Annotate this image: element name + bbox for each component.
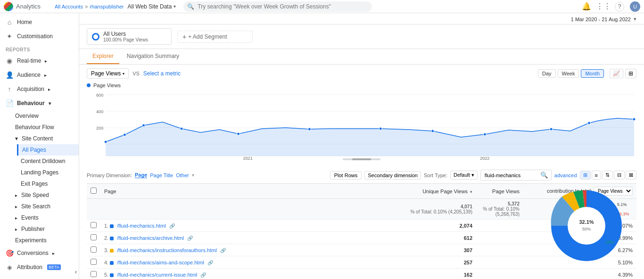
- external-link-icon[interactable]: 🔗: [169, 223, 175, 229]
- sidebar-item-site-content[interactable]: ▾ Site Content: [11, 133, 79, 144]
- sidebar-item-publisher[interactable]: ▸ Publisher: [11, 223, 79, 235]
- row-unique-pv: 257: [391, 256, 476, 269]
- sidebar-item-behaviour-flow[interactable]: Behaviour Flow: [11, 122, 79, 133]
- sidebar-item-attribution[interactable]: ◈ Attribution BETA: [0, 260, 79, 274]
- reports-section-label: REPORTS: [0, 43, 79, 54]
- svg-text:2022: 2022: [480, 156, 489, 161]
- select-all-checkbox[interactable]: [91, 188, 97, 194]
- user-avatar[interactable]: U: [630, 1, 640, 12]
- row-checkbox[interactable]: [91, 234, 97, 240]
- breadcrumb-publisher[interactable]: rhanspublisher: [90, 4, 124, 9]
- sidebar-item-site-speed[interactable]: ▸ Site Speed: [11, 189, 79, 201]
- sort-type-select[interactable]: Default ▾: [450, 171, 478, 180]
- notifications-button[interactable]: 🔔: [581, 1, 592, 12]
- header-property-selector[interactable]: All Web Site Data ▾: [128, 3, 176, 10]
- sidebar-label-audience: Audience: [17, 72, 41, 78]
- row-page-cell: 4. /fluid-mechanics/aims-and-scope.html …: [100, 256, 391, 269]
- sidebar-item-customisation[interactable]: ✦ Customisation: [0, 29, 79, 43]
- sidebar-item-audience[interactable]: 👤 Audience ▸: [0, 68, 79, 82]
- help-button[interactable]: ?: [615, 2, 624, 11]
- bar-chart-btn[interactable]: ⊞: [625, 69, 636, 78]
- row-page-link[interactable]: /fluid-mechanics/aims-and-scope.html: [117, 260, 204, 265]
- segment-bar: All Users 100.00% Page Views + + Add Seg…: [79, 25, 644, 49]
- external-link-icon[interactable]: 🔗: [200, 272, 206, 278]
- external-link-icon[interactable]: 🔗: [207, 260, 213, 265]
- svg-point-11: [123, 133, 126, 136]
- row-page-link[interactable]: /fluid-mechanics/instructionsforauthors.…: [117, 247, 217, 253]
- plus-icon: +: [182, 33, 186, 41]
- view-btn-compare[interactable]: ⇅: [602, 171, 613, 180]
- summary-pv-pct: % of Total: 0.10% (5,268,763): [483, 206, 520, 217]
- row-pv: [476, 269, 523, 279]
- add-segment-button[interactable]: + + Add Segment: [177, 31, 253, 43]
- sort-arrow-icon: ▾: [470, 189, 472, 194]
- sidebar-item-acquisition[interactable]: ↑ Acquisition ▸: [0, 82, 79, 96]
- sidebar-item-all-pages[interactable]: All Pages: [17, 144, 79, 156]
- row-checkbox[interactable]: [91, 271, 97, 277]
- svg-point-16: [379, 127, 382, 130]
- external-link-icon[interactable]: 🔗: [187, 236, 193, 241]
- svg-text:50%: 50%: [582, 227, 591, 231]
- row-number: 4.: [104, 260, 108, 265]
- row-page-link[interactable]: /fluid-mechanics/current-issue.html: [117, 272, 197, 278]
- sidebar-item-conversions[interactable]: 🎯 Conversions ▸: [0, 246, 79, 260]
- dim-page-link[interactable]: Page: [135, 172, 147, 178]
- dim-page-title-link[interactable]: Page Title: [150, 172, 173, 178]
- calendar-icon[interactable]: ▾: [634, 16, 636, 22]
- row-checkbox[interactable]: [91, 222, 97, 228]
- apps-button[interactable]: ⋮⋮: [598, 1, 609, 12]
- sidebar-item-landing-pages[interactable]: Landing Pages: [17, 167, 79, 178]
- external-link-icon[interactable]: 🔗: [220, 248, 226, 253]
- sidebar-item-overview[interactable]: Overview: [11, 110, 79, 122]
- row-number: 3.: [104, 247, 108, 253]
- sidebar-label-landing-pages: Landing Pages: [21, 169, 58, 176]
- view-btn-alt1[interactable]: ≡: [592, 171, 601, 180]
- plot-rows-button[interactable]: Plot Rows: [330, 171, 362, 180]
- sidebar-item-realtime[interactable]: ◉ Real-time ▸: [0, 54, 79, 68]
- search-filter-button[interactable]: 🔍: [537, 170, 551, 180]
- sidebar-item-exit-pages[interactable]: Exit Pages: [17, 178, 79, 189]
- sidebar-item-discover[interactable]: ◎ Discover: [0, 274, 79, 279]
- sidebar-item-events[interactable]: ▸ Events: [11, 212, 79, 223]
- time-btn-month[interactable]: Month: [581, 69, 604, 78]
- breadcrumb-account[interactable]: All Accounts: [55, 4, 83, 9]
- svg-point-13: [180, 127, 183, 130]
- metric-selector-button[interactable]: Page Views ▾: [87, 68, 129, 79]
- search-filter-input[interactable]: [481, 171, 537, 180]
- sidebar-item-experiments[interactable]: Experiments: [11, 235, 79, 246]
- row-page-link[interactable]: /fluid-mechanics/archive.html: [117, 235, 184, 241]
- tab-explorer[interactable]: Explorer: [87, 49, 119, 64]
- row-checkbox[interactable]: [91, 259, 97, 265]
- row-page-cell: 3. /fluid-mechanics/instructionsforautho…: [100, 244, 391, 256]
- chart-legend: Page Views: [87, 81, 636, 90]
- search-icon: 🔍: [187, 3, 194, 10]
- sidebar-collapse-btn[interactable]: ‹: [75, 269, 77, 275]
- dim-other-link[interactable]: Other: [176, 172, 189, 178]
- row-page-link[interactable]: /fluid-mechanics.html: [117, 223, 165, 229]
- advanced-link[interactable]: advanced: [554, 172, 577, 178]
- sidebar-item-home[interactable]: ⌂ Home: [0, 15, 79, 29]
- search-input[interactable]: [183, 1, 372, 12]
- view-btn-pivot[interactable]: ⊟: [614, 171, 625, 180]
- select-metric-link[interactable]: Select a metric: [143, 70, 181, 77]
- view-btn-table[interactable]: ⊞: [580, 171, 591, 180]
- row-checkbox[interactable]: [91, 246, 97, 253]
- sidebar-item-content-drilldown[interactable]: Content Drilldown: [17, 156, 79, 167]
- tab-navigation-summary[interactable]: Navigation Summary: [121, 49, 185, 64]
- table-action-buttons: Plot Rows Secondary dimension Sort Type:…: [330, 170, 636, 181]
- secondary-dimension-button[interactable]: Secondary dimension: [364, 171, 421, 180]
- row-number: 2.: [104, 235, 108, 241]
- segment-sub: 100.00% Page Views: [103, 37, 148, 42]
- all-users-segment[interactable]: All Users 100.00% Page Views: [87, 28, 172, 45]
- svg-point-18: [483, 133, 486, 136]
- site-content-submenu: All Pages Content Drilldown Landing Page…: [11, 144, 79, 189]
- view-btn-more[interactable]: ⊠: [626, 171, 636, 180]
- col-unique-pageviews-header[interactable]: Unique Page Views ▾: [391, 184, 476, 199]
- pie-chart-container: 32.1% 50% 5.1% 6.3% 10%: [544, 183, 629, 278]
- time-btn-day[interactable]: Day: [538, 69, 556, 78]
- line-chart-btn[interactable]: 📈: [610, 69, 623, 78]
- sidebar-item-behaviour[interactable]: 📄 Behaviour ▾: [0, 96, 79, 110]
- time-btn-week[interactable]: Week: [558, 69, 579, 78]
- sidebar-item-site-search[interactable]: ▸ Site Search: [11, 201, 79, 212]
- row-color-dot: [110, 249, 114, 253]
